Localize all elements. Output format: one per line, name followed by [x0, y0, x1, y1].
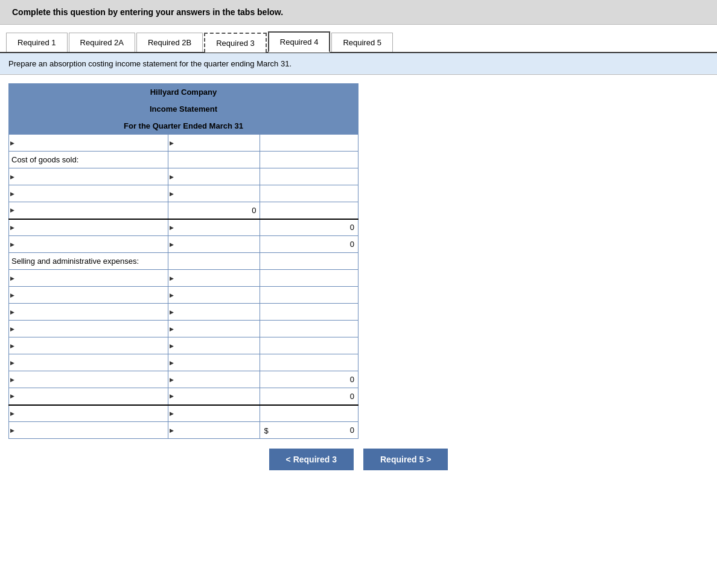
table-row: 0	[9, 371, 358, 388]
label-input-13[interactable]	[11, 341, 165, 350]
tab-required1[interactable]: Required 1	[6, 33, 68, 52]
table-row: Selling and administrative expenses:	[9, 253, 358, 270]
col3-input-10[interactable]	[263, 289, 355, 302]
label-input-5[interactable]	[11, 206, 165, 215]
table-row	[9, 304, 358, 321]
next-button[interactable]: Required 5 >	[363, 449, 448, 470]
col2-input-11[interactable]	[171, 305, 257, 319]
col2-input-9[interactable]	[171, 272, 257, 285]
table-row: 0	[9, 219, 358, 236]
content-area: Hillyard Company Income Statement For th…	[0, 75, 717, 479]
table-row: Cost of goods sold:	[9, 152, 358, 168]
label-input-6[interactable]	[11, 223, 165, 232]
col2-input-1[interactable]	[171, 136, 257, 150]
col3-input-4[interactable]	[263, 187, 355, 200]
col2-input-14[interactable]	[171, 356, 257, 369]
tab-required2b[interactable]: Required 2B	[136, 33, 203, 52]
label-input-10[interactable]	[11, 290, 165, 299]
col3-input-9[interactable]	[263, 272, 355, 285]
col2-input-7[interactable]	[171, 238, 257, 251]
col2-input-16[interactable]	[171, 389, 257, 403]
statement-title-header: Income Statement	[9, 101, 358, 118]
bottom-nav: < Required 3 Required 5 >	[8, 449, 709, 470]
table-row	[9, 135, 358, 152]
col2-input-18[interactable]	[171, 424, 257, 437]
label-input-12[interactable]	[11, 324, 165, 333]
table-row	[9, 287, 358, 304]
table-row	[9, 185, 358, 202]
col2-input-13[interactable]	[171, 339, 257, 353]
col3-input-5[interactable]	[263, 203, 355, 217]
col2-input-12[interactable]	[171, 322, 257, 336]
label-input-4[interactable]	[11, 189, 165, 198]
table-row	[9, 270, 358, 287]
label-input-3[interactable]	[11, 172, 165, 181]
col3-input-12[interactable]	[263, 322, 355, 336]
table-row	[9, 354, 358, 371]
col3-input-1[interactable]	[263, 136, 355, 150]
col2-input-4[interactable]	[171, 187, 257, 200]
label-input-15[interactable]	[11, 375, 165, 384]
col3-input-3[interactable]	[263, 170, 355, 184]
table-row: $ 0	[9, 422, 358, 439]
company-name-header: Hillyard Company	[9, 84, 358, 101]
label-input-16[interactable]	[11, 392, 165, 401]
col2-input-15[interactable]	[171, 373, 257, 386]
label-input-1[interactable]	[11, 138, 165, 147]
col3-input-13[interactable]	[263, 339, 355, 353]
col3-input-11[interactable]	[263, 305, 355, 319]
tabs-bar: Required 1 Required 2A Required 2B Requi…	[0, 25, 717, 53]
label-input-11[interactable]	[11, 307, 165, 316]
table-row	[9, 321, 358, 337]
label-input-9[interactable]	[11, 273, 165, 283]
table-row: 0	[9, 202, 358, 219]
col2-input-10[interactable]	[171, 289, 257, 302]
col2-input-6[interactable]	[171, 221, 257, 234]
sub-instruction: Prepare an absorption costing income sta…	[0, 53, 717, 75]
label-input-14[interactable]	[11, 358, 165, 367]
table-row: 0	[9, 236, 358, 253]
label-input-7[interactable]	[11, 240, 165, 249]
tab-required4[interactable]: Required 4	[268, 31, 331, 53]
dollar-sign: $	[264, 426, 268, 435]
prev-button[interactable]: < Required 3	[269, 449, 354, 470]
table-row	[9, 337, 358, 354]
tab-required5[interactable]: Required 5	[331, 33, 393, 52]
col3-input-14[interactable]	[263, 356, 355, 369]
table-row	[9, 168, 358, 185]
col2-input-3[interactable]	[171, 170, 257, 184]
top-instruction: Complete this question by entering your …	[0, 0, 717, 25]
statement-period-header: For the Quarter Ended March 31	[9, 118, 358, 135]
col2-input-17[interactable]	[171, 407, 257, 420]
tab-required3[interactable]: Required 3	[204, 33, 267, 53]
sae-label: Selling and administrative expenses:	[9, 253, 168, 270]
table-row	[9, 405, 358, 422]
income-statement-table: Hillyard Company Income Statement For th…	[8, 83, 358, 439]
tab-required2a[interactable]: Required 2A	[69, 33, 135, 52]
label-input-17[interactable]	[11, 409, 165, 418]
cogs-label: Cost of goods sold:	[9, 152, 168, 168]
col3-input-17[interactable]	[263, 407, 355, 420]
label-input-18[interactable]	[11, 426, 165, 435]
table-row: 0	[9, 388, 358, 405]
